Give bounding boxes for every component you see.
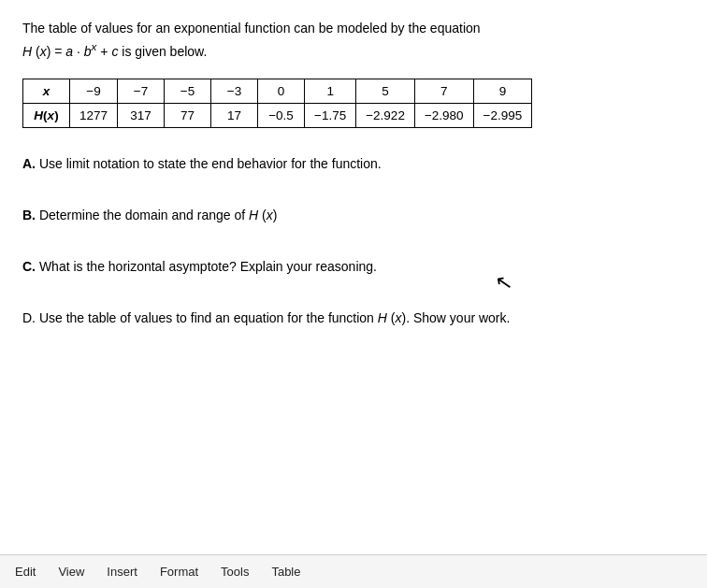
- x-val-1: −9: [70, 79, 118, 103]
- content-area: The table of values for an exponential f…: [0, 0, 707, 554]
- hx-val-3: 77: [165, 103, 211, 127]
- toolbar: Edit View Insert Format Tools Table: [0, 554, 707, 588]
- question-a-text: Use limit notation to state the end beha…: [39, 156, 382, 171]
- intro-line1: The table of values for an exponential f…: [22, 21, 481, 36]
- toolbar-format[interactable]: Format: [160, 565, 198, 579]
- hx-val-9: −2.995: [473, 103, 532, 127]
- hx-val-5: −0.5: [258, 103, 305, 127]
- toolbar-insert[interactable]: Insert: [107, 565, 137, 579]
- question-c: C. What is the horizontal asymptote? Exp…: [22, 251, 685, 282]
- x-val-3: −5: [165, 79, 211, 103]
- question-c-text: What is the horizontal asymptote? Explai…: [39, 259, 377, 274]
- toolbar-view[interactable]: View: [58, 565, 84, 579]
- x-val-7: 5: [356, 79, 415, 103]
- values-table: x −9 −7 −5 −3 0 1 5 7 9 H(x) 1277 317 77…: [22, 79, 532, 128]
- question-a-label: A.: [22, 156, 36, 171]
- question-d-label: D.: [22, 310, 36, 325]
- hx-val-6: −1.75: [305, 103, 356, 127]
- hx-val-4: 17: [211, 103, 258, 127]
- question-a: A. Use limit notation to state the end b…: [22, 149, 685, 179]
- x-header: x: [23, 79, 70, 103]
- question-b: B. Determine the domain and range of H (…: [22, 200, 685, 231]
- question-c-label: C.: [22, 259, 36, 274]
- intro-line2: H (x) = a · bx + c is given below.: [22, 44, 207, 59]
- toolbar-tools[interactable]: Tools: [221, 565, 249, 579]
- question-d: D. Use the table of values to find an eq…: [22, 303, 685, 334]
- question-b-text: Determine the domain and range of H (x): [39, 208, 278, 222]
- x-val-6: 1: [305, 79, 356, 103]
- intro-text: The table of values for an exponential f…: [22, 19, 685, 62]
- hx-val-1: 1277: [70, 103, 118, 127]
- x-val-5: 0: [258, 79, 305, 103]
- table-wrapper: x −9 −7 −5 −3 0 1 5 7 9 H(x) 1277 317 77…: [22, 79, 685, 128]
- x-val-4: −3: [211, 79, 258, 103]
- x-val-8: 7: [414, 79, 473, 103]
- toolbar-edit[interactable]: Edit: [15, 565, 36, 579]
- page-container: The table of values for an exponential f…: [0, 0, 707, 588]
- toolbar-table[interactable]: Table: [271, 565, 300, 579]
- hx-val-8: −2.980: [414, 103, 473, 127]
- hx-val-2: 317: [118, 103, 165, 127]
- hx-val-7: −2.922: [356, 103, 415, 127]
- x-val-9: 9: [473, 79, 532, 103]
- question-b-label: B.: [22, 208, 36, 222]
- question-d-text: Use the table of values to find an equat…: [39, 310, 511, 325]
- hx-header: H(x): [23, 103, 70, 127]
- x-val-2: −7: [118, 79, 165, 103]
